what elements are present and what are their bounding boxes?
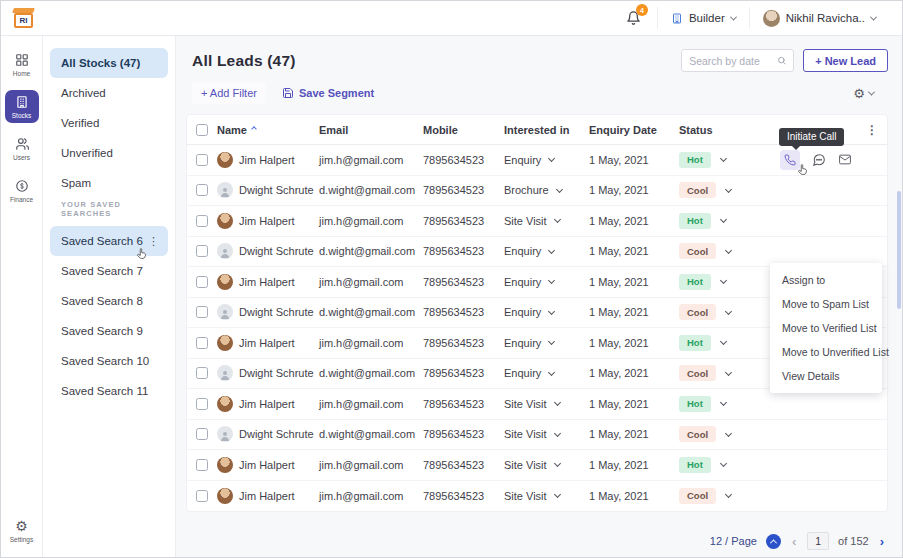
call-button[interactable] [780, 150, 800, 170]
sidebar-item-label: All Stocks (47) [61, 57, 140, 69]
interested-dropdown[interactable]: Enquiry [504, 306, 589, 318]
header-kebab-menu[interactable]: ⋮ [857, 123, 887, 137]
saved-search-item[interactable]: Saved Search 8 ⋮ [50, 286, 168, 316]
chevron-down-icon [870, 13, 877, 20]
search-input[interactable] [689, 55, 773, 67]
status-dropdown[interactable]: Hot [679, 213, 776, 229]
status-dropdown[interactable]: Hot [679, 274, 776, 290]
chat-button[interactable] [812, 153, 826, 167]
row-checkbox[interactable] [196, 215, 208, 227]
interested-dropdown[interactable]: Enquiry [504, 276, 589, 288]
lead-mobile: 7895634523 [423, 490, 504, 502]
table-row: Dwight Schrute d.wight@gmail.com 7895634… [187, 420, 887, 451]
context-menu-item[interactable]: Move to Spam List [770, 292, 882, 316]
sidebar-item[interactable]: Verified [50, 108, 168, 138]
sidebar-item[interactable]: All Stocks (47) [50, 48, 168, 78]
status-badge: Cool [679, 243, 716, 259]
sidebar-item[interactable]: Spam [50, 168, 168, 198]
context-menu-item-label: Move to Spam List [782, 298, 869, 310]
status-dropdown[interactable]: Hot [679, 396, 776, 412]
row-checkbox[interactable] [196, 490, 208, 502]
notifications-button[interactable]: 4 [626, 10, 641, 26]
column-header-mobile: Mobile [423, 124, 504, 136]
saved-search-item[interactable]: Saved Search 9 ⋮ [50, 316, 168, 346]
enquiry-date: 1 May, 2021 [589, 245, 679, 257]
rail-item-users[interactable]: Users [5, 132, 39, 165]
avatar [217, 243, 233, 259]
email-button[interactable] [838, 153, 852, 166]
saved-search-item[interactable]: Saved Search 10 ⋮ [50, 346, 168, 376]
sidebar-item-label: Verified [61, 117, 99, 129]
row-checkbox[interactable] [196, 367, 208, 379]
context-menu-item[interactable]: Assign to [770, 268, 882, 292]
interested-dropdown[interactable]: Site Visit [504, 215, 589, 227]
row-checkbox[interactable] [196, 428, 208, 440]
status-dropdown[interactable]: Cool [679, 243, 776, 259]
saved-search-item[interactable]: Saved Search 7 ⋮ [50, 256, 168, 286]
page-size-dropdown-button[interactable] [766, 534, 781, 549]
saved-searches-list: Saved Search 6 ⋮ Saved Search 7 ⋮ Saved … [50, 226, 168, 406]
interested-dropdown[interactable]: Enquiry [504, 245, 589, 257]
saved-search-kebab[interactable]: ⋮ [148, 235, 159, 248]
status-dropdown[interactable]: Cool [679, 304, 776, 320]
row-checkbox[interactable] [196, 154, 208, 166]
row-checkbox[interactable] [196, 276, 208, 288]
interested-value: Site Visit [504, 398, 547, 410]
row-checkbox[interactable] [196, 459, 208, 471]
user-menu[interactable]: Nikhil Ravicha.. [749, 7, 889, 29]
previous-page-button[interactable]: ‹ [790, 534, 798, 549]
notification-count-badge: 4 [636, 4, 648, 16]
status-dropdown[interactable]: Hot [679, 457, 776, 473]
interested-dropdown[interactable]: Site Visit [504, 490, 589, 502]
interested-dropdown[interactable]: Enquiry [504, 337, 589, 349]
context-menu-item[interactable]: View Details [770, 364, 882, 388]
lead-mobile: 7895634523 [423, 428, 504, 440]
interested-dropdown[interactable]: Enquiry [504, 154, 589, 166]
avatar [217, 274, 233, 290]
table-settings-button[interactable]: ⚙ [853, 87, 874, 100]
rail-item-stocks[interactable]: Stocks [5, 90, 39, 123]
status-dropdown[interactable]: Cool [679, 426, 776, 442]
next-page-button[interactable]: › [878, 534, 886, 549]
status-dropdown[interactable]: Cool [679, 488, 776, 504]
save-segment-button[interactable]: Save Segment [282, 87, 374, 99]
interested-dropdown[interactable]: Brochure [504, 184, 589, 196]
status-dropdown[interactable]: Hot [679, 152, 776, 168]
column-header-name[interactable]: Name [217, 124, 319, 136]
current-page[interactable]: 1 [807, 532, 829, 550]
row-checkbox[interactable] [196, 337, 208, 349]
saved-search-item[interactable]: Saved Search 11 ⋮ [50, 376, 168, 406]
saved-search-item[interactable]: Saved Search 6 ⋮ [50, 226, 168, 256]
sidebar-item[interactable]: Unverified [50, 138, 168, 168]
rail-item-settings[interactable]: ⚙ Settings [5, 515, 39, 547]
interested-dropdown[interactable]: Site Visit [504, 459, 589, 471]
status-dropdown[interactable]: Hot [679, 335, 776, 351]
builder-dropdown[interactable]: Builder [657, 7, 749, 29]
select-all-checkbox[interactable] [196, 124, 208, 136]
interested-dropdown[interactable]: Site Visit [504, 428, 589, 440]
status-dropdown[interactable]: Cool [679, 182, 776, 198]
lead-mobile: 7895634523 [423, 154, 504, 166]
chevron-down-icon [548, 155, 555, 162]
row-actions [776, 150, 857, 170]
context-menu-item[interactable]: Move to Unverified List [770, 340, 882, 364]
scrollbar-thumb[interactable] [897, 191, 901, 309]
saved-search-label: Saved Search 7 [61, 265, 143, 277]
row-checkbox[interactable] [196, 398, 208, 410]
row-checkbox[interactable] [196, 245, 208, 257]
sidebar-item[interactable]: Archived [50, 78, 168, 108]
search-icon[interactable] [777, 55, 786, 66]
new-lead-button[interactable]: + New Lead [803, 49, 888, 72]
add-filter-button[interactable]: + Add Filter [192, 82, 266, 104]
row-checkbox[interactable] [196, 184, 208, 196]
context-menu-item[interactable]: Move to Verified List [770, 316, 882, 340]
rail-item-home[interactable]: Home [5, 48, 39, 81]
interested-dropdown[interactable]: Site Visit [504, 398, 589, 410]
enquiry-date: 1 May, 2021 [589, 459, 679, 471]
interested-value: Site Visit [504, 428, 547, 440]
status-dropdown[interactable]: Cool [679, 365, 776, 381]
row-checkbox[interactable] [196, 306, 208, 318]
rail-item-finance[interactable]: Finance [5, 174, 39, 207]
interested-dropdown[interactable]: Enquiry [504, 367, 589, 379]
app-logo[interactable]: RI [14, 8, 36, 28]
